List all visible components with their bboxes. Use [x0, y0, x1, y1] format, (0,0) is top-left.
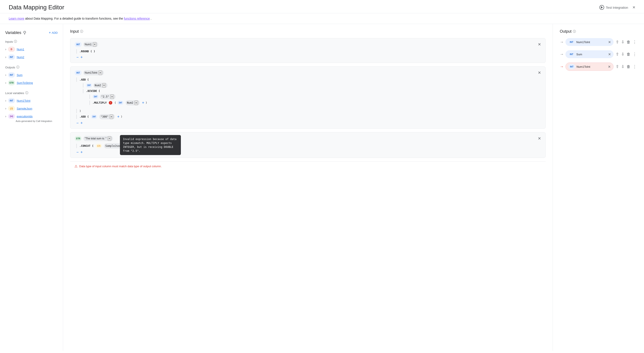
- chip-label-num2b: Num2: [127, 101, 133, 104]
- output-actions-3: ⇧ ⇩ 🗑 ⋮: [615, 64, 637, 70]
- test-integration-button[interactable]: Test Integration: [600, 5, 628, 10]
- chip-300: "300" ✕: [99, 114, 115, 119]
- delete-button-3[interactable]: 🗑: [626, 64, 631, 70]
- var-item-num1toint[interactable]: › INT Num1ToInt: [5, 97, 58, 105]
- chip-close-num2[interactable]: ✕: [102, 83, 106, 88]
- var-name-samplejson[interactable]: SampleJson: [17, 107, 32, 110]
- input-info-icon[interactable]: ⓘ: [80, 30, 83, 34]
- chip-close-num1[interactable]: ✕: [93, 42, 96, 47]
- input-title-text: Input: [70, 29, 79, 34]
- num1toint-chip: Num1ToInt ✕: [83, 70, 104, 75]
- functions-reference-link[interactable]: functions reference: [124, 17, 150, 20]
- error-bar-icon: ⚠: [74, 164, 78, 168]
- error-bar: ⚠ Data type of input column must match d…: [70, 161, 546, 171]
- chip-label-totalsum: "The total sum is: ": [85, 137, 106, 140]
- move-down-button-2[interactable]: ⇩: [621, 51, 625, 57]
- type-badge-int: INT: [75, 70, 82, 75]
- var-item-executionids[interactable]: › [SI] executionIds Auto-generated by Ca…: [5, 112, 58, 124]
- output-name-num1toint: Num1ToInt: [576, 41, 607, 44]
- remove-line-button2[interactable]: −: [76, 121, 79, 125]
- chevron-icon: ›: [5, 99, 6, 102]
- card-close-num1toint[interactable]: ✕: [538, 70, 541, 75]
- card-header-left3: STR "The total sum is: " ✕: [75, 136, 113, 141]
- chip-label-num2: Num2: [95, 84, 101, 87]
- var-item-num1[interactable]: › D Num1: [5, 45, 58, 53]
- var-item-sum[interactable]: › INT Sum: [5, 71, 58, 79]
- add-multiply-arg-button[interactable]: +: [142, 101, 144, 105]
- outputs-info-icon[interactable]: ⓘ: [16, 65, 19, 69]
- add2-plus-button[interactable]: +: [117, 115, 120, 119]
- output-actions-2: ⇧ ⇩ 🗑 ⋮: [615, 51, 637, 57]
- type-badge-j-samplejson: {J}: [96, 144, 102, 148]
- error-icon: !: [109, 101, 112, 105]
- delete-button-1[interactable]: 🗑: [626, 40, 631, 45]
- var-item-sumtostring[interactable]: › STR SumToString: [5, 79, 58, 87]
- outputs-label: Outputs: [5, 66, 15, 69]
- more-button-2[interactable]: ⋮: [632, 51, 637, 57]
- chip-close-num2b[interactable]: ✕: [134, 101, 138, 105]
- close-button[interactable]: ×: [632, 5, 635, 10]
- add-line-button[interactable]: +: [80, 55, 83, 59]
- card-header-num1toint: INT Num1ToInt ✕ ✕: [75, 70, 541, 75]
- more-button-1[interactable]: ⋮: [632, 39, 637, 45]
- chip-label-300: "300": [100, 115, 108, 118]
- move-up-button-2[interactable]: ⇧: [615, 51, 620, 57]
- sidebar-title: Variables ⚲: [5, 30, 26, 35]
- chip-close-num1toint[interactable]: ✕: [98, 71, 102, 75]
- move-down-button-3[interactable]: ⇩: [621, 64, 625, 70]
- var-name-sum[interactable]: Sum: [17, 73, 23, 77]
- var-item-samplejson[interactable]: › {J} SampleJson: [5, 105, 58, 112]
- code-block-num1: .ROUND ( ): [75, 49, 541, 54]
- type-badge-int: INT: [568, 40, 575, 45]
- var-name-num1toint[interactable]: Num1ToInt: [17, 99, 30, 102]
- inputs-info-icon[interactable]: ⓘ: [14, 40, 17, 44]
- move-down-button-1[interactable]: ⇩: [621, 39, 625, 45]
- error-tooltip: Invalid expression because of data type …: [120, 135, 181, 155]
- local-vars-info-icon[interactable]: ⓘ: [25, 91, 28, 95]
- remove-line-button3[interactable]: −: [76, 150, 79, 154]
- page-title: Data Mapping Editor: [9, 4, 64, 11]
- header-right: Test Integration ×: [600, 5, 635, 10]
- chip-close-25[interactable]: ✕: [110, 95, 114, 99]
- add-line-button3[interactable]: +: [80, 150, 83, 154]
- var-name-num1[interactable]: Num1: [17, 48, 24, 51]
- error-bar-message: Data type of input column must match dat…: [79, 165, 162, 168]
- search-icon[interactable]: ⚲: [23, 30, 26, 35]
- output-actions-1: ⇧ ⇩ 🗑 ⋮: [615, 39, 637, 45]
- auto-generated-label: Auto-generated by Call Integration: [5, 119, 52, 123]
- type-badge-int: INT: [568, 52, 575, 57]
- add2-close-paren: ): [121, 115, 122, 118]
- card-close-num1[interactable]: ✕: [538, 42, 541, 47]
- num2-chip: Num2 ✕: [93, 83, 108, 88]
- output-chip-num1toint-2: INT Num1ToInt ✕: [566, 63, 614, 71]
- output-chip-close-1[interactable]: ✕: [608, 40, 611, 44]
- card-close-sumstring[interactable]: ✕: [538, 136, 541, 141]
- type-badge-int: INT: [568, 64, 575, 69]
- var-name-sumtostring[interactable]: SumToString: [17, 81, 33, 85]
- move-up-button-3[interactable]: ⇧: [615, 64, 620, 70]
- card-header-left2: INT Num1ToInt ✕: [75, 70, 104, 75]
- remove-line-button[interactable]: −: [76, 55, 79, 59]
- output-panel-title: Output ⓘ: [560, 29, 637, 34]
- num1-chip: Num1 ✕: [83, 42, 98, 47]
- var-name-executionids[interactable]: executionIds: [17, 115, 33, 118]
- output-info-icon[interactable]: ⓘ: [573, 30, 576, 34]
- add-fn: .ADD (: [80, 78, 89, 81]
- output-chip-close-3[interactable]: ✕: [608, 65, 611, 69]
- chip-label-25: "2.5": [101, 95, 109, 98]
- move-up-button-1[interactable]: ⇧: [615, 39, 620, 45]
- type-badge-int: INT: [8, 72, 15, 78]
- var-item-num2[interactable]: › INT Num2: [5, 53, 58, 61]
- learn-more-link[interactable]: Learn more: [9, 17, 24, 20]
- output-row-num1toint-2: → INT Num1ToInt ✕ ⇧ ⇩ 🗑 ⋮: [560, 63, 637, 71]
- chip-close-300[interactable]: ✕: [110, 115, 113, 119]
- delete-button-2[interactable]: 🗑: [626, 52, 631, 57]
- add-line-button2[interactable]: +: [80, 121, 83, 125]
- add-variable-button[interactable]: + ADD: [49, 31, 58, 35]
- code-line-close-paren: ): [76, 109, 541, 113]
- type-badge-int: INT: [8, 98, 15, 103]
- output-chip-close-2[interactable]: ✕: [608, 52, 611, 56]
- var-name-num2[interactable]: Num2: [17, 56, 24, 59]
- chip-close-totalsum[interactable]: ✕: [108, 136, 111, 141]
- more-button-3[interactable]: ⋮: [632, 64, 637, 70]
